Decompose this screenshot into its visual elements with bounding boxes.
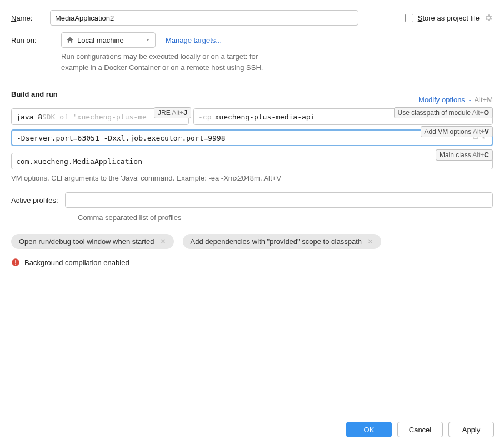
close-icon[interactable]: ✕: [160, 237, 166, 246]
separator: [11, 82, 493, 82]
home-icon: [66, 36, 74, 44]
gear-icon[interactable]: [484, 13, 493, 22]
name-input[interactable]: [50, 10, 358, 26]
jre-hint: JRE Alt+J: [154, 107, 191, 118]
manage-targets-link[interactable]: Manage targets...: [166, 36, 222, 44]
apply-button[interactable]: Apply: [448, 422, 494, 437]
chevron-down-icon: [145, 37, 151, 43]
modify-options-link[interactable]: Modify options Alt+M: [418, 96, 493, 104]
run-on-label: Run on:: [11, 36, 50, 44]
chevron-down-icon: [467, 98, 473, 103]
main-class-input[interactable]: [11, 153, 493, 169]
active-profiles-label: Active profiles:: [11, 196, 58, 204]
vm-options-help: VM options. CLI arguments to the 'Java' …: [11, 174, 493, 182]
cancel-button[interactable]: Cancel: [397, 422, 443, 437]
error-icon: [11, 258, 20, 267]
svg-rect-1: [15, 260, 16, 263]
warning-text: Background compilation enabled: [24, 258, 129, 267]
classpath-hint: Use classpath of module Alt+O: [394, 107, 493, 118]
run-on-note: Run configurations may be executed local…: [61, 51, 493, 73]
vm-options-hint: Add VM options Alt+V: [421, 126, 493, 137]
chip-open-tool-window[interactable]: Open run/debug tool window when started …: [11, 234, 174, 249]
active-profiles-input[interactable]: [65, 192, 493, 208]
name-label: Name:: [11, 14, 50, 22]
ok-button[interactable]: OK: [346, 422, 392, 437]
store-as-project-file-label: Store as project file: [418, 14, 480, 22]
svg-rect-2: [15, 264, 16, 265]
run-on-selected: Local machine: [77, 36, 124, 44]
active-profiles-help: Comma separated list of profiles: [78, 213, 493, 222]
run-on-dropdown[interactable]: Local machine: [61, 32, 156, 48]
main-class-hint: Main class Alt+C: [436, 149, 493, 161]
dialog-footer: OK Cancel Apply: [0, 415, 504, 444]
chip-provided-scope[interactable]: Add dependencies with "provided" scope t…: [183, 234, 381, 249]
store-as-project-file-checkbox[interactable]: [405, 14, 413, 22]
close-icon[interactable]: ✕: [367, 237, 373, 246]
